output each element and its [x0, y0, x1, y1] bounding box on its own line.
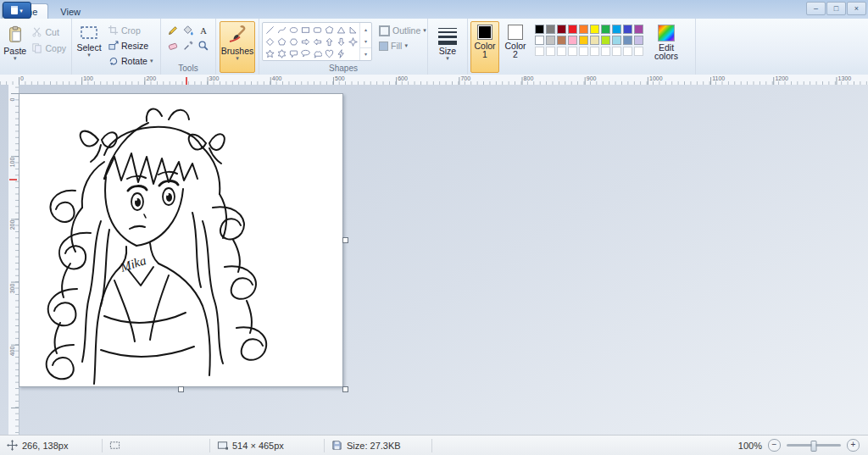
edit-colors-button[interactable]: Edit colors [648, 21, 685, 73]
shape-line[interactable] [264, 24, 275, 36]
close-button[interactable]: × [847, 2, 866, 15]
shape-arrow-up[interactable] [323, 36, 335, 47]
shape-star-5[interactable] [264, 47, 275, 59]
maximize-button[interactable]: □ [826, 2, 846, 15]
shape-diamond[interactable] [264, 36, 275, 47]
palette-swatch[interactable] [557, 36, 566, 45]
shape-oval[interactable] [287, 24, 299, 36]
shape-hexagon[interactable] [287, 36, 299, 47]
canvas-resize-handle-right[interactable] [342, 237, 348, 243]
palette-swatch-empty[interactable] [590, 47, 599, 56]
palette-swatch[interactable] [623, 36, 632, 45]
cut-button[interactable]: Cut [29, 25, 69, 39]
palette-swatch[interactable] [546, 25, 555, 34]
canvas-drawing: Mika [19, 94, 342, 386]
paste-button[interactable]: Paste ▾ [3, 21, 27, 73]
magnifier-tool-button[interactable] [197, 38, 211, 53]
text-tool-button[interactable]: A [197, 23, 211, 37]
palette-swatch[interactable] [590, 36, 599, 45]
copy-button[interactable]: Copy [29, 41, 69, 55]
palette-swatch[interactable] [623, 25, 632, 34]
shape-callout-oval[interactable] [299, 47, 311, 59]
zoom-in-button[interactable]: + [847, 439, 860, 452]
shape-arrow-left[interactable] [311, 36, 323, 47]
fill-tool-button[interactable] [181, 23, 196, 37]
shape-rounded-rectangle[interactable] [311, 24, 323, 36]
resize-button[interactable]: Resize [105, 38, 155, 53]
palette-swatch[interactable] [590, 25, 599, 34]
palette-swatch-empty[interactable] [601, 47, 610, 56]
palette-swatch[interactable] [612, 25, 621, 34]
shape-polygon[interactable] [323, 24, 335, 36]
color1-button[interactable]: Color 1 [470, 21, 499, 73]
h-ruler-label: 400 [270, 75, 282, 81]
color2-button[interactable]: Color 2 [501, 21, 530, 73]
shapes-scroll-up-button[interactable]: ▴ [360, 23, 371, 35]
shape-heart[interactable] [323, 47, 335, 59]
shape-arrow-right[interactable] [299, 36, 311, 47]
zoom-slider-thumb[interactable] [811, 441, 817, 452]
shape-triangle[interactable] [335, 24, 347, 36]
canvas-resize-handle-corner[interactable] [342, 386, 348, 392]
shape-callout-cloud[interactable] [311, 47, 323, 59]
zoom-out-button[interactable]: − [768, 439, 781, 452]
titlebar: ▾ Home View – □ × [0, 0, 868, 19]
shape-star-6[interactable] [275, 47, 287, 59]
edit-colors-icon [658, 25, 675, 42]
palette-swatch-empty[interactable] [546, 47, 555, 56]
eraser-tool-button[interactable] [166, 38, 181, 53]
palette-swatch[interactable] [579, 36, 588, 45]
palette-swatch[interactable] [579, 25, 588, 34]
shape-outline-button[interactable]: Outline ▾ [376, 24, 429, 37]
group-clipboard: Paste ▾ Cut [0, 19, 72, 75]
shape-arrow-down[interactable] [335, 36, 347, 47]
canvas-resize-handle-bottom[interactable] [178, 386, 184, 392]
tab-view[interactable]: View [50, 4, 91, 19]
rotate-button[interactable]: Rotate ▾ [105, 53, 155, 68]
shape-star-4[interactable] [347, 36, 359, 47]
shape-rectangle[interactable] [299, 24, 311, 36]
palette-swatch-empty[interactable] [612, 47, 621, 56]
shape-callout-rounded[interactable] [287, 47, 299, 59]
brushes-button[interactable]: Brushes ▾ [220, 21, 255, 73]
palette-swatch[interactable] [557, 25, 566, 34]
palette-swatch[interactable] [601, 25, 610, 34]
chevron-down-icon: ▾ [423, 29, 426, 32]
palette-swatch[interactable] [535, 25, 544, 34]
shapes-scroll-down-button[interactable]: ▾ [360, 35, 371, 47]
palette-swatch-empty[interactable] [535, 47, 544, 56]
palette-swatch-empty[interactable] [568, 47, 577, 56]
palette-swatch[interactable] [568, 25, 577, 34]
palette-swatch[interactable] [601, 36, 610, 45]
h-ruler-label: 1300 [837, 75, 852, 81]
shape-pentagon[interactable] [275, 36, 287, 47]
palette-swatch-empty[interactable] [557, 47, 566, 56]
size-button[interactable]: Size ▾ [431, 21, 464, 73]
shape-curve[interactable] [275, 24, 287, 36]
drawing-canvas[interactable]: Mika [19, 93, 343, 387]
pencil-tool-button[interactable] [166, 23, 181, 37]
crop-button[interactable]: Crop [105, 23, 155, 37]
palette-swatch[interactable] [535, 36, 544, 45]
palette-swatch[interactable] [612, 36, 621, 45]
svg-text:A: A [200, 25, 207, 35]
palette-swatch[interactable] [568, 36, 577, 45]
shape-lightning[interactable] [335, 47, 347, 59]
color-picker-tool-button[interactable] [181, 38, 196, 53]
palette-swatch-empty[interactable] [634, 47, 643, 56]
palette-swatch[interactable] [634, 25, 643, 34]
fill-icon [379, 42, 388, 51]
zoom-slider[interactable] [787, 444, 841, 447]
palette-swatch-empty[interactable] [579, 47, 588, 56]
palette-swatch-empty[interactable] [623, 47, 632, 56]
shapes-more-button[interactable]: ▾ [360, 47, 371, 60]
select-button[interactable]: Select ▾ [75, 21, 103, 73]
group-colors: Color 1 Color 2 Edit colors Colors [468, 19, 696, 75]
shape-fill-button[interactable]: Fill ▾ [376, 39, 429, 53]
shape-right-triangle[interactable] [347, 24, 359, 36]
palette-swatch[interactable] [634, 36, 643, 45]
app-menu-button[interactable]: ▾ [3, 2, 31, 19]
palette-swatch[interactable] [546, 36, 555, 45]
minimize-button[interactable]: – [806, 2, 826, 15]
group-shapes: ▴ ▾ ▾ Outline ▾ Fill ▾ [259, 19, 428, 75]
